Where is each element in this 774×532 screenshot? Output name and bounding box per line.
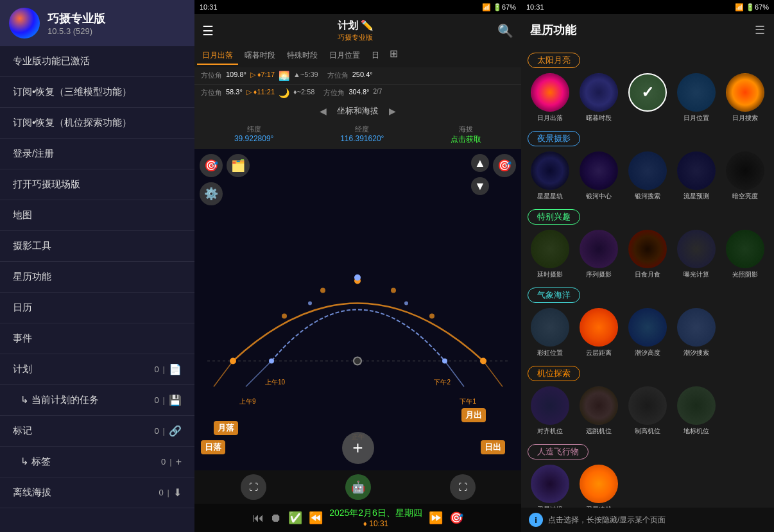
left-menu-item-7[interactable]: 星历功能: [0, 262, 194, 293]
record-btn[interactable]: ⏺: [270, 511, 282, 525]
tab-twilight[interactable]: 曙暮时段: [239, 47, 280, 65]
feature-item-3-0[interactable]: 彩虹位置: [528, 308, 572, 357]
left-menu-item-5[interactable]: 地图: [0, 200, 194, 231]
feature-item-3-4: [723, 308, 768, 357]
feature-item-1-2[interactable]: 银河搜索: [625, 151, 670, 200]
feature-label-2-0: 延时摄影: [537, 271, 563, 279]
rewind-btn[interactable]: ⏪: [309, 511, 323, 525]
left-menu-item-8[interactable]: 日历: [0, 293, 194, 323]
sun-set-label: 日落: [201, 440, 225, 454]
feature-item-4-3[interactable]: 地标机位: [674, 386, 719, 435]
tab-misc[interactable]: 日: [366, 47, 384, 65]
feature-item-2-0[interactable]: 延时摄影: [528, 230, 572, 279]
left-header: 巧摄专业版 10.5.3 (529): [0, 0, 194, 46]
middle-search-icon[interactable]: 🔍: [497, 23, 513, 39]
feature-item-3-1[interactable]: 云层距离: [576, 308, 621, 357]
target-btn[interactable]: 🎯: [449, 511, 463, 525]
middle-menu-icon[interactable]: ☰: [202, 23, 214, 39]
right-content[interactable]: 太阳月亮日月出落曙暮时段✓日月位置日月搜索夜景摄影星星星轨银河中心银河搜索流星预…: [521, 46, 774, 508]
middle-panel: 10:31 📶 🔋67% ☰ 计划 ✏️ 巧摄专业版 🔍 日月出落 曙暮时段 特…: [194, 0, 521, 532]
feature-label-2-2: 日食月食: [635, 271, 660, 279]
left-menu-item-1[interactable]: 订阅•恢复（三维模型功能）: [0, 77, 194, 108]
right-status-bar: 10:31 📶 🔋67%: [521, 0, 774, 14]
right-time: 10:31: [526, 3, 544, 11]
feature-thumb-5-1: [580, 465, 618, 503]
feature-item-5-1[interactable]: 卫星凌越: [576, 465, 621, 508]
feature-label-0-4: 日月搜索: [732, 114, 758, 122]
tab-sunmoon-rise[interactable]: 日月出落: [197, 47, 238, 65]
badge-label-3: 气象海洋: [528, 287, 580, 303]
middle-map[interactable]: 🎯 🗂️ ⚙️ 🎯 ▲ ▼: [194, 149, 521, 470]
left-menu-item-10[interactable]: 计划0|📄: [0, 354, 194, 385]
tab-special[interactable]: 特殊时段: [282, 47, 323, 65]
feature-item-3-2[interactable]: 潮汐高度: [625, 308, 670, 357]
feature-item-4-2[interactable]: 制高机位: [625, 386, 670, 435]
tab-grid-icon[interactable]: ⊞: [386, 47, 402, 65]
menu-label-13: ↳ 标签: [21, 456, 51, 468]
check-btn[interactable]: ✅: [288, 511, 302, 525]
altitude-block[interactable]: 海拔 点击获取: [451, 124, 481, 145]
left-menu-item-13[interactable]: ↳ 标签0|+: [0, 447, 194, 477]
right-menu-icon[interactable]: ☰: [755, 23, 765, 37]
tab-position[interactable]: 日月位置: [324, 47, 365, 65]
fullscreen-btn-left[interactable]: ⛶: [241, 474, 266, 500]
menu-icon-12[interactable]: 🔗: [169, 425, 182, 437]
middle-bottom-toolbar: ⛶ 🤖 ⛶: [194, 470, 521, 504]
fast-fwd-btn[interactable]: ⏩: [429, 511, 443, 525]
menu-icon-13[interactable]: +: [176, 456, 182, 468]
left-menu-item-4[interactable]: 打开巧摄现场版: [0, 169, 194, 200]
feature-item-1-3[interactable]: 流星预测: [674, 151, 719, 200]
menu-label-7: 星历功能: [13, 271, 51, 283]
feature-item-4-1[interactable]: 远跳机位: [576, 386, 621, 435]
feature-item-1-1[interactable]: 银河中心: [576, 151, 621, 200]
left-menu-item-11[interactable]: ↳ 当前计划的任务0|💾: [0, 385, 194, 416]
feature-item-4-0[interactable]: 对齐机位: [528, 386, 572, 435]
moon-set-label: 月落: [214, 421, 238, 435]
feature-item-1-4[interactable]: 暗空亮度: [723, 151, 768, 200]
feature-item-0-3[interactable]: 日月位置: [674, 73, 719, 122]
feature-thumb-2-0: [531, 230, 569, 268]
left-menu-item-14[interactable]: 离线海拔0|⬇: [0, 477, 194, 508]
latitude-block: 纬度 39.922809°: [234, 124, 274, 145]
robot-btn[interactable]: 🤖: [345, 474, 371, 500]
feature-item-2-1[interactable]: 序列摄影: [576, 230, 621, 279]
menu-icon-11[interactable]: 💾: [169, 394, 182, 406]
menu-icon-10[interactable]: 📄: [169, 363, 182, 375]
right-footer: i 点击选择，长按隐藏/显示某个页面: [521, 508, 774, 532]
nav-prev-icon[interactable]: ◀: [320, 106, 327, 116]
left-menu-item-0[interactable]: 专业版功能已激活: [0, 46, 194, 77]
badge-label-5: 人造飞行物: [528, 444, 589, 459]
feature-item-2-3[interactable]: 曝光计算: [674, 230, 719, 279]
fullscreen-btn-right[interactable]: ⛶: [450, 474, 476, 500]
feature-item-2-4[interactable]: 光照阴影: [723, 230, 768, 279]
badge-label-2: 特别兴趣: [528, 209, 580, 225]
feature-label-4-3: 地标机位: [684, 427, 709, 435]
feature-thumb-5-0: [531, 465, 569, 503]
feature-thumb-2-4: [726, 230, 764, 268]
left-menu-item-12[interactable]: 标记0|🔗: [0, 416, 194, 447]
menu-label-4: 打开巧摄现场版: [13, 178, 80, 191]
feature-item-0-1[interactable]: 曙暮时段: [576, 73, 621, 122]
left-menu-item-9[interactable]: 事件: [0, 323, 194, 354]
prev-btn[interactable]: ⏮: [252, 511, 264, 525]
middle-time: 10:31: [200, 3, 218, 11]
middle-nav-bar: ◀ 坐标和海拔 ▶: [194, 101, 521, 121]
feature-item-5-0[interactable]: 卫星过境: [528, 465, 572, 508]
feature-item-1-0[interactable]: 星星星轨: [528, 151, 572, 200]
left-menu-item-6[interactable]: 摄影工具: [0, 231, 194, 262]
sun-rise-label: 日出: [481, 440, 505, 454]
feature-thumb-3-1: [580, 308, 618, 347]
feature-grid-2: 延时摄影序列摄影日食月食曝光计算光照阴影: [528, 230, 768, 279]
menu-icon-14[interactable]: ⬇: [173, 486, 182, 499]
feature-item-2-2[interactable]: 日食月食: [625, 230, 670, 279]
left-menu-item-3[interactable]: 登录/注册: [0, 139, 194, 169]
feature-item-3-3[interactable]: 潮汐搜索: [674, 308, 719, 357]
add-btn[interactable]: +: [342, 432, 374, 464]
left-menu-item-2[interactable]: 订阅•恢复（机位探索功能）: [0, 108, 194, 139]
feature-item-0-0[interactable]: 日月出落: [528, 73, 572, 122]
nav-next-icon[interactable]: ▶: [389, 106, 396, 116]
feature-item-0-4[interactable]: 日月搜索: [723, 73, 768, 122]
info-bar-2: 方位角 58.3° ▷ ♦11:21 🌙 ♦~2:58 方位角 304.8° 2…: [194, 84, 521, 101]
svg-point-9: [308, 302, 312, 305]
feature-grid-4: 对齐机位远跳机位制高机位地标机位: [528, 386, 768, 435]
